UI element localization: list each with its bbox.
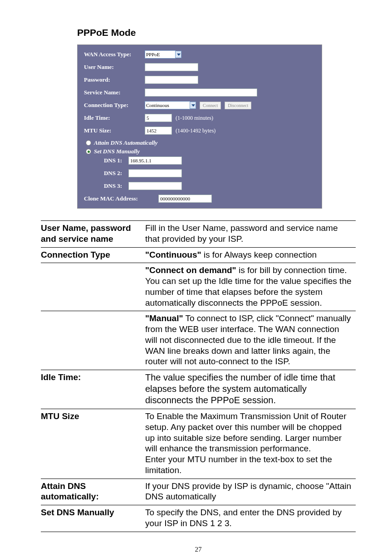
dns3-label: DNS 3: [94, 182, 125, 190]
dns2-input[interactable] [128, 169, 182, 177]
table-row: Idle Time: The value specifies the numbe… [41, 370, 356, 409]
row-desc: "Manual" To connect to ISP, click "Conne… [145, 311, 356, 370]
attain-dns-radio-row[interactable]: Attain DNS Automatically [86, 139, 315, 147]
row-label: Attain DNS automatically: [41, 479, 145, 505]
connection-type-label: Connection Type: [84, 102, 141, 109]
table-row: Set DNS Manually To specify the DNS, and… [41, 505, 356, 532]
row-label: User Name, password and service name [41, 221, 145, 248]
clone-mac-input[interactable] [158, 195, 212, 203]
user-name-input[interactable] [145, 63, 198, 71]
mtu-size-input[interactable] [145, 127, 172, 135]
bold-term: "Continuous" [145, 250, 201, 259]
attain-dns-label: Attain DNS Automatically [94, 139, 157, 147]
connection-type-select[interactable]: Continuous [145, 101, 190, 109]
row-desc: If your DNS provide by ISP is dynamic, c… [145, 479, 356, 505]
wan-access-label: WAN Access Type: [84, 51, 141, 58]
connect-button[interactable]: Connect [200, 102, 221, 109]
password-label: Password: [84, 76, 141, 83]
row-desc: "Continuous" is for Always keep connecti… [145, 247, 356, 263]
service-name-label: Service Name: [84, 89, 141, 96]
row-desc: The value specifies the number of idle t… [145, 370, 356, 409]
dns3-input[interactable] [128, 182, 182, 190]
page-number: 27 [41, 546, 356, 553]
radio-icon[interactable] [86, 140, 91, 146]
set-dns-label: Set DNS Manually [94, 148, 140, 155]
bold-term: "Connect on demand" [145, 265, 236, 275]
wan-access-select[interactable]: PPPoE [145, 50, 176, 59]
service-name-input[interactable] [145, 88, 257, 97]
table-row: Connection Type "Continuous" is for Alwa… [41, 247, 356, 263]
clone-mac-label: Clone MAC Address: [84, 195, 155, 202]
bold-term: "Manual" [145, 313, 183, 323]
radio-icon-selected[interactable] [86, 149, 91, 154]
row-desc: "Connect on demand" is for bill by conne… [145, 263, 356, 311]
table-row: MTU Size To Enable the Maximum Transmiss… [41, 409, 356, 479]
chevron-down-icon[interactable] [175, 51, 181, 58]
row-desc: To specify the DNS, and enter the DNS pr… [145, 505, 356, 532]
row-label: MTU Size [41, 409, 145, 479]
set-dns-radio-row[interactable]: Set DNS Manually [86, 148, 315, 155]
mtu-size-hint: (1400-1492 bytes) [176, 127, 216, 134]
dns2-label: DNS 2: [94, 170, 125, 177]
router-config-panel: WAN Access Type: PPPoE User Name: Passwo… [77, 44, 322, 209]
row-label: Idle Time: [41, 370, 145, 409]
row-desc: Fill in the User Name, password and serv… [145, 221, 356, 248]
idle-time-label: Idle Time: [84, 114, 141, 122]
idle-time-input[interactable] [145, 114, 172, 122]
section-title: PPPoE Mode [77, 27, 356, 38]
description-table: User Name, password and service name Fil… [41, 220, 356, 532]
idle-time-hint: (1-1000 minutes) [176, 115, 213, 122]
dns1-label: DNS 1: [94, 157, 125, 164]
table-row: User Name, password and service name Fil… [41, 221, 356, 248]
row-label: Connection Type [41, 247, 145, 263]
password-input[interactable] [145, 76, 198, 84]
row-label-empty [41, 263, 145, 311]
table-row: "Manual" To connect to ISP, click "Conne… [41, 311, 356, 370]
mtu-size-label: MTU Size: [84, 127, 141, 134]
desc-text: is for Always keep connection [201, 250, 317, 259]
table-row: Attain DNS automatically: If your DNS pr… [41, 479, 356, 505]
row-label-empty [41, 311, 145, 370]
disconnect-button[interactable]: Disconnect [225, 102, 251, 109]
row-desc: To Enable the Maximum Transmission Unit … [145, 409, 356, 479]
chevron-down-icon[interactable] [190, 102, 196, 109]
row-label: Set DNS Manually [41, 505, 145, 532]
table-row: "Connect on demand" is for bill by conne… [41, 263, 356, 311]
user-name-label: User Name: [84, 64, 141, 71]
dns1-input[interactable] [128, 156, 182, 165]
